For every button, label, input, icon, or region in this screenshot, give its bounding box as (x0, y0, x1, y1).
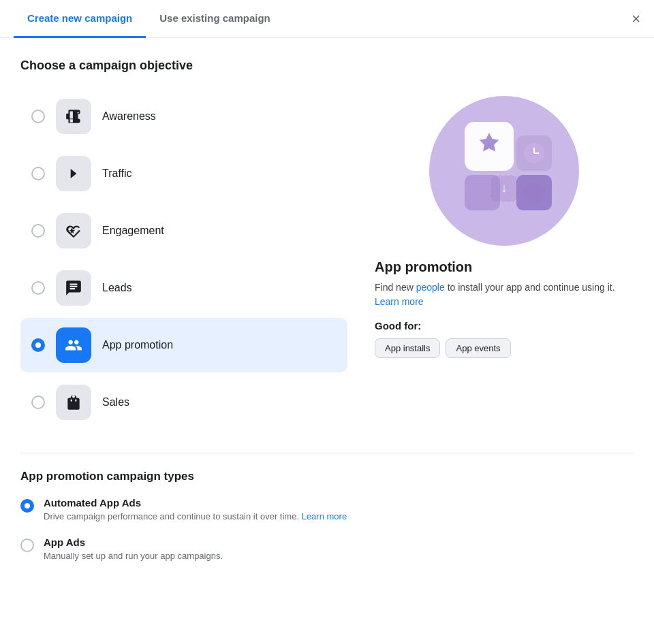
leads-icon-box (56, 270, 91, 306)
traffic-icon-box (56, 156, 91, 191)
leads-icon (65, 279, 82, 297)
leads-label: Leads (102, 282, 132, 294)
objective-engagement[interactable]: Engagement (20, 204, 347, 258)
tag-app-installs: App installs (375, 338, 440, 358)
radio-automated-app-ads[interactable] (20, 499, 34, 513)
radio-sales[interactable] (31, 396, 45, 409)
illustration-circle: ↓ (429, 96, 579, 246)
close-button[interactable]: × (632, 12, 640, 27)
illustration: ↓ (429, 96, 579, 246)
campaign-type-automated[interactable]: Automated App Ads Drive campaign perform… (20, 497, 634, 523)
app-promotion-icon-box (56, 327, 91, 363)
radio-traffic[interactable] (31, 167, 45, 180)
tab-create-new-campaign[interactable]: Create new campaign (14, 0, 146, 38)
desc-before-link: Find new (375, 282, 416, 293)
svg-text:↓: ↓ (501, 181, 508, 195)
learn-more-link[interactable]: Learn more (375, 296, 424, 307)
automated-learn-more-link[interactable]: Learn more (302, 511, 347, 521)
traffic-label: Traffic (102, 167, 132, 180)
app-promotion-icon (65, 336, 82, 354)
app-ads-text: App Ads Manually set up and run your app… (44, 536, 223, 562)
tag-app-events: App events (446, 338, 510, 358)
automated-desc-text: Drive campaign performance and continue … (44, 511, 299, 521)
radio-leads[interactable] (31, 281, 45, 295)
section-title: Choose a campaign objective (20, 59, 634, 73)
objectives-list: Awareness Traffic (20, 89, 347, 432)
radio-awareness[interactable] (31, 110, 45, 123)
radio-app-promotion[interactable] (31, 338, 45, 352)
awareness-icon-box (56, 99, 91, 134)
awareness-icon (65, 108, 82, 125)
automated-app-ads-text: Automated App Ads Drive campaign perform… (44, 497, 347, 523)
right-panel: ↓ App promotion (375, 89, 634, 432)
objective-awareness[interactable]: Awareness (20, 89, 347, 144)
app-promotion-label: App promotion (102, 339, 173, 351)
engagement-icon-box (56, 213, 91, 248)
main-content: Choose a campaign objective Awareness (0, 38, 654, 596)
traffic-icon (65, 165, 82, 182)
bottom-section: App promotion campaign types Automated A… (20, 453, 634, 562)
right-panel-description: Find new people to install your app and … (375, 280, 634, 309)
objective-app-promotion[interactable]: App promotion (20, 318, 347, 372)
good-for-label: Good for: (375, 320, 634, 332)
svg-point-8 (523, 182, 545, 204)
app-ads-desc: Manually set up and run your app campaig… (44, 550, 223, 562)
campaign-type-app-ads[interactable]: App Ads Manually set up and run your app… (20, 536, 634, 562)
sales-label: Sales (102, 396, 129, 408)
engagement-label: Engagement (102, 225, 164, 237)
svg-rect-9 (465, 175, 500, 210)
awareness-label: Awareness (102, 110, 156, 123)
right-panel-title: App promotion (375, 259, 634, 275)
objective-traffic[interactable]: Traffic (20, 146, 347, 201)
campaign-types-title: App promotion campaign types (20, 470, 634, 483)
objective-leads[interactable]: Leads (20, 261, 347, 315)
automated-app-ads-name: Automated App Ads (44, 497, 347, 509)
tab-use-existing-campaign[interactable]: Use existing campaign (146, 0, 284, 38)
desc-after-link: to install your app and continue using i… (445, 282, 615, 293)
engagement-icon (65, 222, 82, 240)
automated-app-ads-desc: Drive campaign performance and continue … (44, 511, 347, 523)
header: Create new campaign Use existing campaig… (0, 0, 654, 38)
objective-sales[interactable]: Sales (20, 375, 347, 430)
desc-link-people[interactable]: people (416, 282, 445, 293)
radio-engagement[interactable] (31, 224, 45, 238)
two-column-layout: Awareness Traffic (20, 89, 634, 432)
sales-icon (65, 393, 82, 411)
tags-list: App installs App events (375, 338, 634, 358)
app-ads-name: App Ads (44, 536, 223, 548)
sales-icon-box (56, 385, 91, 420)
radio-app-ads[interactable] (20, 538, 34, 552)
app-promo-svg: ↓ (429, 96, 579, 246)
